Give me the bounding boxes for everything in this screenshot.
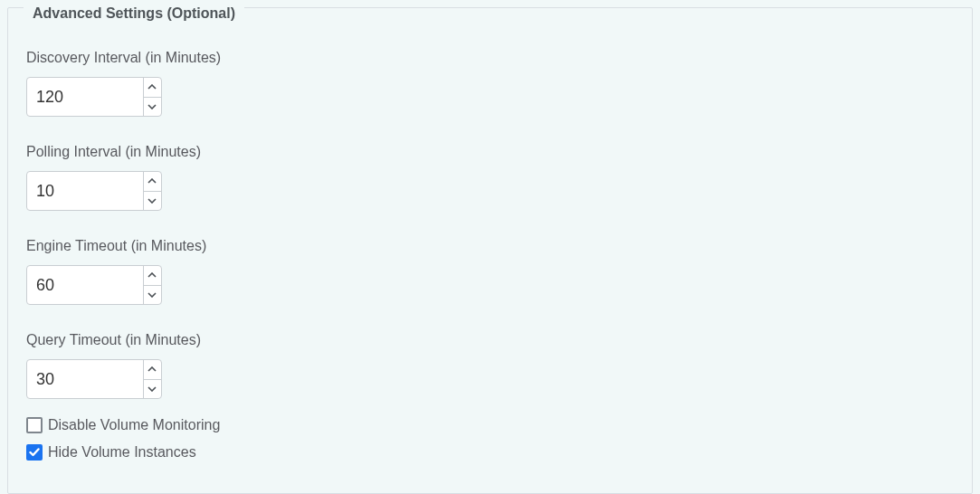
checkbox-checked-icon[interactable]: [26, 444, 43, 461]
advanced-settings-fieldset: Advanced Settings (Optional) Discovery I…: [7, 7, 973, 494]
chevron-down-icon[interactable]: [144, 98, 161, 117]
chevron-down-icon[interactable]: [144, 192, 161, 211]
polling-interval-label: Polling Interval (in Minutes): [26, 144, 954, 160]
query-timeout-input[interactable]: [27, 360, 143, 398]
engine-timeout-input[interactable]: [27, 266, 143, 304]
engine-timeout-group: Engine Timeout (in Minutes): [26, 238, 954, 305]
chevron-up-icon[interactable]: [144, 360, 161, 380]
engine-timeout-label: Engine Timeout (in Minutes): [26, 238, 954, 254]
chevron-up-icon[interactable]: [144, 78, 161, 98]
disable-volume-monitoring-label: Disable Volume Monitoring: [48, 417, 220, 433]
query-timeout-label: Query Timeout (in Minutes): [26, 332, 954, 348]
discovery-interval-label: Discovery Interval (in Minutes): [26, 50, 954, 66]
polling-interval-input[interactable]: [27, 172, 143, 210]
fieldset-legend: Advanced Settings (Optional): [24, 5, 244, 22]
disable-volume-monitoring-row[interactable]: Disable Volume Monitoring: [26, 417, 954, 433]
engine-timeout-stepper[interactable]: [26, 265, 162, 305]
chevron-down-icon[interactable]: [144, 380, 161, 399]
checkbox-unchecked-icon[interactable]: [26, 417, 43, 433]
query-timeout-stepper[interactable]: [26, 359, 162, 399]
discovery-interval-input[interactable]: [27, 78, 143, 116]
polling-interval-group: Polling Interval (in Minutes): [26, 144, 954, 211]
chevron-up-icon[interactable]: [144, 266, 161, 286]
hide-volume-instances-row[interactable]: Hide Volume Instances: [26, 444, 954, 461]
hide-volume-instances-label: Hide Volume Instances: [48, 444, 196, 461]
query-timeout-group: Query Timeout (in Minutes): [26, 332, 954, 399]
chevron-down-icon[interactable]: [144, 286, 161, 305]
chevron-up-icon[interactable]: [144, 172, 161, 192]
polling-interval-stepper[interactable]: [26, 171, 162, 211]
discovery-interval-stepper[interactable]: [26, 77, 162, 117]
discovery-interval-group: Discovery Interval (in Minutes): [26, 50, 954, 117]
